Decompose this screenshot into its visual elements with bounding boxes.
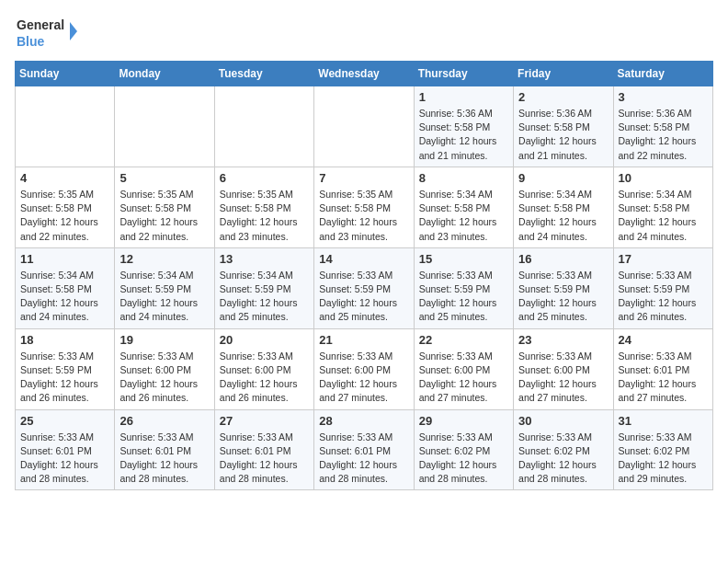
week-row-1: 1Sunrise: 5:36 AMSunset: 5:58 PMDaylight… [16, 86, 713, 167]
calendar-cell [16, 86, 115, 167]
day-info: Sunrise: 5:33 AMSunset: 6:02 PMDaylight:… [619, 431, 708, 487]
calendar-cell: 22Sunrise: 5:33 AMSunset: 6:00 PMDayligh… [414, 328, 513, 409]
page-header: GeneralBlue [15, 15, 713, 52]
day-info: Sunrise: 5:33 AMSunset: 6:02 PMDaylight:… [518, 431, 608, 487]
day-number: 6 [220, 171, 309, 185]
svg-marker-2 [70, 22, 77, 40]
calendar-cell: 5Sunrise: 5:35 AMSunset: 5:58 PMDaylight… [115, 167, 214, 247]
day-number: 17 [619, 252, 708, 266]
day-info: Sunrise: 5:35 AMSunset: 5:58 PMDaylight:… [20, 188, 109, 244]
day-number: 3 [619, 90, 708, 104]
calendar-cell: 4Sunrise: 5:35 AMSunset: 5:58 PMDaylight… [16, 167, 115, 247]
day-info: Sunrise: 5:36 AMSunset: 5:58 PMDaylight:… [419, 107, 508, 163]
week-row-4: 18Sunrise: 5:33 AMSunset: 5:59 PMDayligh… [16, 328, 713, 409]
day-number: 24 [619, 333, 708, 347]
day-info: Sunrise: 5:34 AMSunset: 5:58 PMDaylight:… [518, 188, 608, 244]
day-number: 25 [20, 414, 109, 428]
day-info: Sunrise: 5:35 AMSunset: 5:58 PMDaylight:… [119, 188, 209, 244]
calendar-cell: 18Sunrise: 5:33 AMSunset: 5:59 PMDayligh… [16, 328, 115, 409]
calendar-cell: 16Sunrise: 5:33 AMSunset: 5:59 PMDayligh… [514, 247, 613, 328]
calendar-cell: 12Sunrise: 5:34 AMSunset: 5:59 PMDayligh… [115, 247, 214, 328]
day-number: 23 [518, 333, 608, 347]
week-row-2: 4Sunrise: 5:35 AMSunset: 5:58 PMDaylight… [16, 167, 713, 247]
calendar-cell: 23Sunrise: 5:33 AMSunset: 6:00 PMDayligh… [514, 328, 613, 409]
day-info: Sunrise: 5:34 AMSunset: 5:59 PMDaylight:… [220, 269, 309, 325]
header-cell-monday: Monday [115, 62, 214, 86]
day-info: Sunrise: 5:33 AMSunset: 6:02 PMDaylight:… [419, 431, 508, 487]
day-info: Sunrise: 5:33 AMSunset: 6:00 PMDaylight:… [220, 350, 309, 406]
calendar-cell: 21Sunrise: 5:33 AMSunset: 6:00 PMDayligh… [314, 328, 414, 409]
calendar-cell [214, 86, 313, 167]
day-number: 9 [518, 171, 608, 185]
day-number: 29 [419, 414, 508, 428]
calendar-cell: 14Sunrise: 5:33 AMSunset: 5:59 PMDayligh… [314, 247, 414, 328]
header-cell-sunday: Sunday [16, 62, 115, 86]
day-number: 7 [319, 171, 408, 185]
day-info: Sunrise: 5:33 AMSunset: 5:59 PMDaylight:… [518, 269, 608, 325]
day-number: 28 [319, 414, 408, 428]
day-info: Sunrise: 5:33 AMSunset: 5:59 PMDaylight:… [619, 269, 708, 325]
calendar-cell: 29Sunrise: 5:33 AMSunset: 6:02 PMDayligh… [414, 409, 513, 490]
calendar-header: SundayMondayTuesdayWednesdayThursdayFrid… [16, 62, 713, 86]
calendar-cell: 17Sunrise: 5:33 AMSunset: 5:59 PMDayligh… [613, 247, 712, 328]
calendar-cell: 26Sunrise: 5:33 AMSunset: 6:01 PMDayligh… [115, 409, 214, 490]
day-info: Sunrise: 5:33 AMSunset: 5:59 PMDaylight:… [419, 269, 508, 325]
general-blue-logo-icon: GeneralBlue [15, 15, 88, 52]
day-info: Sunrise: 5:33 AMSunset: 6:00 PMDaylight:… [319, 350, 408, 406]
calendar-cell: 19Sunrise: 5:33 AMSunset: 6:00 PMDayligh… [115, 328, 214, 409]
day-info: Sunrise: 5:33 AMSunset: 6:01 PMDaylight:… [619, 350, 708, 406]
day-number: 13 [220, 252, 309, 266]
day-number: 30 [518, 414, 608, 428]
calendar-cell: 6Sunrise: 5:35 AMSunset: 5:58 PMDaylight… [214, 167, 313, 247]
calendar-body: 1Sunrise: 5:36 AMSunset: 5:58 PMDaylight… [16, 86, 713, 490]
day-info: Sunrise: 5:33 AMSunset: 6:00 PMDaylight:… [518, 350, 608, 406]
day-info: Sunrise: 5:35 AMSunset: 5:58 PMDaylight:… [319, 188, 408, 244]
day-number: 2 [518, 90, 608, 104]
calendar-cell: 10Sunrise: 5:34 AMSunset: 5:58 PMDayligh… [613, 167, 712, 247]
day-number: 20 [220, 333, 309, 347]
day-number: 31 [619, 414, 708, 428]
calendar-cell: 15Sunrise: 5:33 AMSunset: 5:59 PMDayligh… [414, 247, 513, 328]
day-number: 19 [119, 333, 209, 347]
header-cell-saturday: Saturday [613, 62, 712, 86]
day-info: Sunrise: 5:36 AMSunset: 5:58 PMDaylight:… [518, 107, 608, 163]
week-row-3: 11Sunrise: 5:34 AMSunset: 5:58 PMDayligh… [16, 247, 713, 328]
week-row-5: 25Sunrise: 5:33 AMSunset: 6:01 PMDayligh… [16, 409, 713, 490]
svg-text:General: General [17, 17, 64, 32]
calendar-cell: 1Sunrise: 5:36 AMSunset: 5:58 PMDaylight… [414, 86, 513, 167]
day-number: 26 [119, 414, 209, 428]
calendar-cell: 20Sunrise: 5:33 AMSunset: 6:00 PMDayligh… [214, 328, 313, 409]
day-info: Sunrise: 5:33 AMSunset: 6:00 PMDaylight:… [119, 350, 209, 406]
calendar-cell: 27Sunrise: 5:33 AMSunset: 6:01 PMDayligh… [214, 409, 313, 490]
day-number: 27 [220, 414, 309, 428]
day-info: Sunrise: 5:34 AMSunset: 5:58 PMDaylight:… [20, 269, 109, 325]
calendar-cell: 24Sunrise: 5:33 AMSunset: 6:01 PMDayligh… [613, 328, 712, 409]
calendar-cell: 31Sunrise: 5:33 AMSunset: 6:02 PMDayligh… [613, 409, 712, 490]
day-number: 11 [20, 252, 109, 266]
day-number: 15 [419, 252, 508, 266]
day-number: 21 [319, 333, 408, 347]
header-cell-wednesday: Wednesday [314, 62, 414, 86]
calendar-cell: 3Sunrise: 5:36 AMSunset: 5:58 PMDaylight… [613, 86, 712, 167]
day-number: 12 [119, 252, 209, 266]
calendar-cell: 9Sunrise: 5:34 AMSunset: 5:58 PMDaylight… [514, 167, 613, 247]
calendar-cell: 7Sunrise: 5:35 AMSunset: 5:58 PMDaylight… [314, 167, 414, 247]
day-info: Sunrise: 5:33 AMSunset: 6:01 PMDaylight:… [319, 431, 408, 487]
header-cell-tuesday: Tuesday [214, 62, 313, 86]
day-info: Sunrise: 5:34 AMSunset: 5:59 PMDaylight:… [119, 269, 209, 325]
calendar-cell: 25Sunrise: 5:33 AMSunset: 6:01 PMDayligh… [16, 409, 115, 490]
calendar-cell: 30Sunrise: 5:33 AMSunset: 6:02 PMDayligh… [514, 409, 613, 490]
day-number: 4 [20, 171, 109, 185]
calendar-cell: 11Sunrise: 5:34 AMSunset: 5:58 PMDayligh… [16, 247, 115, 328]
svg-text:Blue: Blue [17, 34, 45, 49]
calendar-cell: 8Sunrise: 5:34 AMSunset: 5:58 PMDaylight… [414, 167, 513, 247]
calendar-cell: 28Sunrise: 5:33 AMSunset: 6:01 PMDayligh… [314, 409, 414, 490]
day-number: 14 [319, 252, 408, 266]
day-info: Sunrise: 5:33 AMSunset: 5:59 PMDaylight:… [319, 269, 408, 325]
day-info: Sunrise: 5:33 AMSunset: 6:01 PMDaylight:… [220, 431, 309, 487]
day-info: Sunrise: 5:33 AMSunset: 5:59 PMDaylight:… [20, 350, 109, 406]
logo: GeneralBlue [15, 15, 88, 52]
day-number: 1 [419, 90, 508, 104]
day-number: 10 [619, 171, 708, 185]
day-number: 22 [419, 333, 508, 347]
